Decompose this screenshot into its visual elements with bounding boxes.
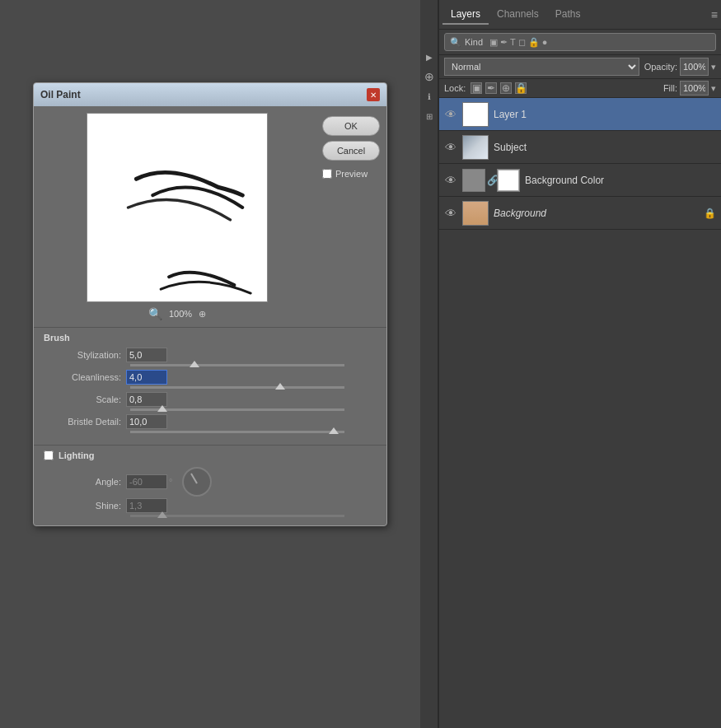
fill-chevron[interactable]: ▾ bbox=[711, 83, 716, 94]
fill-label: Fill: bbox=[663, 83, 677, 93]
tab-paths[interactable]: Paths bbox=[547, 5, 589, 25]
preview-checkbox[interactable] bbox=[322, 169, 332, 179]
layer-item[interactable]: 👁 Layer 1 bbox=[439, 98, 721, 131]
cleanliness-thumb[interactable] bbox=[275, 383, 285, 390]
zoom-controls: 🔍 100% ⊕ bbox=[148, 307, 206, 320]
tool-arrow[interactable]: ▶ bbox=[422, 49, 437, 64]
bristle-input[interactable] bbox=[126, 414, 167, 429]
preview-canvas bbox=[87, 113, 268, 302]
ok-button[interactable]: OK bbox=[322, 116, 380, 136]
lighting-label: Lighting bbox=[59, 450, 94, 460]
bristle-slider-row bbox=[44, 431, 377, 433]
lock-artboards-icon[interactable]: ⊕ bbox=[500, 82, 512, 94]
filter-pixel-icon[interactable]: ▣ bbox=[489, 37, 498, 48]
oil-paint-dialog: Oil Paint ✕ bbox=[33, 82, 387, 526]
stylization-input[interactable] bbox=[126, 348, 167, 362]
shine-slider[interactable] bbox=[130, 515, 344, 517]
cleanliness-slider-row bbox=[44, 386, 377, 389]
angle-unit: ° bbox=[169, 477, 172, 487]
brush-label: Brush bbox=[44, 333, 377, 343]
opacity-label: Opacity: bbox=[644, 62, 677, 72]
cleanliness-input[interactable] bbox=[126, 370, 167, 385]
blend-mode-select[interactable]: Normal bbox=[444, 58, 639, 76]
layer-item[interactable]: 👁 Subject bbox=[439, 131, 721, 164]
layer-thumb-content bbox=[463, 136, 488, 159]
opacity-input[interactable] bbox=[680, 58, 709, 76]
preview-section: 🔍 100% ⊕ bbox=[40, 113, 314, 320]
layer-thumbnails-double: 🔗 bbox=[462, 169, 520, 192]
lighting-header: Lighting bbox=[44, 450, 377, 460]
fill-control: Fill: ▾ bbox=[663, 81, 716, 96]
bristle-slider[interactable] bbox=[130, 431, 344, 433]
zoom-level: 100% bbox=[169, 309, 192, 319]
fill-input[interactable] bbox=[680, 81, 709, 96]
zoom-in-icon[interactable]: ⊕ bbox=[199, 309, 206, 320]
layer-name: Layer 1 bbox=[494, 109, 716, 120]
shine-slider-row bbox=[44, 515, 377, 517]
shine-label: Shine: bbox=[44, 501, 126, 511]
layer-thumb-content bbox=[463, 202, 488, 225]
layer-item[interactable]: 👁 Background 🔒 bbox=[439, 197, 721, 230]
filter-type-icon[interactable]: T bbox=[510, 37, 516, 47]
tab-layers[interactable]: Layers bbox=[442, 5, 489, 25]
lock-all-icon[interactable]: 🔒 bbox=[515, 82, 527, 94]
angle-dial[interactable] bbox=[182, 467, 212, 497]
dialog-titlebar: Oil Paint ✕ bbox=[34, 83, 386, 106]
zoom-out-icon[interactable]: 🔍 bbox=[148, 307, 162, 320]
search-icon: 🔍 bbox=[450, 37, 461, 48]
lighting-section: Lighting Angle: ° Shine: bbox=[34, 445, 386, 525]
lock-position-icon[interactable]: ✒ bbox=[485, 82, 497, 94]
lock-pixels-icon[interactable]: ▣ bbox=[471, 82, 482, 94]
filter-toggle[interactable]: ● bbox=[542, 37, 548, 47]
bristle-thumb[interactable] bbox=[329, 427, 339, 434]
eye-icon[interactable]: 👁 bbox=[444, 141, 457, 154]
dialog-title: Oil Paint bbox=[40, 89, 81, 100]
scale-row: Scale: bbox=[44, 392, 377, 407]
layer-thumbnail bbox=[462, 201, 489, 226]
preview-checkbox-row: Preview bbox=[322, 169, 380, 179]
lock-label: Lock: bbox=[444, 83, 466, 93]
layer-name: Subject bbox=[494, 142, 716, 153]
layer-thumbnail-2 bbox=[497, 169, 520, 192]
filter-smart-icon[interactable]: 🔒 bbox=[528, 37, 540, 48]
opacity-chevron[interactable]: ▾ bbox=[711, 62, 716, 72]
scale-slider[interactable] bbox=[130, 408, 344, 411]
layer-lock-icon: 🔒 bbox=[704, 208, 716, 219]
eye-icon[interactable]: 👁 bbox=[444, 207, 457, 220]
close-button[interactable]: ✕ bbox=[367, 88, 380, 101]
stylization-slider[interactable] bbox=[130, 364, 344, 366]
eye-icon[interactable]: 👁 bbox=[444, 174, 457, 187]
scale-label: Scale: bbox=[44, 394, 126, 404]
cancel-button[interactable]: Cancel bbox=[322, 141, 380, 161]
stylization-row: Stylization: bbox=[44, 348, 377, 362]
filter-adjust-icon[interactable]: ✒ bbox=[500, 37, 508, 48]
shine-row: Shine: bbox=[44, 498, 377, 513]
layer-thumbnail-1 bbox=[462, 169, 485, 192]
scale-thumb[interactable] bbox=[157, 405, 167, 412]
dialog-buttons: OK Cancel Preview bbox=[322, 113, 380, 320]
shine-thumb[interactable] bbox=[157, 511, 167, 518]
tool-info[interactable]: ℹ bbox=[422, 89, 437, 104]
layers-panel: Layers Channels Paths ≡ 🔍 Kind ▣ ✒ T ◻ 🔒… bbox=[438, 0, 721, 728]
lighting-checkbox[interactable] bbox=[44, 450, 54, 460]
brush-section: Brush Stylization: Cleanliness: bbox=[34, 327, 386, 441]
stylization-thumb[interactable] bbox=[190, 361, 199, 367]
cleanliness-label: Cleanliness: bbox=[44, 372, 126, 382]
layers-search-area: 🔍 Kind ▣ ✒ T ◻ 🔒 ● bbox=[439, 30, 721, 55]
layer-name: Background bbox=[494, 208, 699, 219]
angle-input[interactable] bbox=[126, 474, 167, 489]
lock-icons-group: ▣ ✒ ⊕ 🔒 bbox=[471, 82, 527, 94]
preview-label: Preview bbox=[335, 169, 368, 179]
eye-icon[interactable]: 👁 bbox=[444, 108, 457, 121]
layer-link-icon: 🔗 bbox=[487, 175, 495, 186]
layer-thumbnail bbox=[462, 135, 489, 160]
lock-fill-row: Lock: ▣ ✒ ⊕ 🔒 Fill: ▾ bbox=[439, 79, 721, 98]
tab-channels[interactable]: Channels bbox=[489, 5, 547, 25]
tool-add[interactable]: ⊕ bbox=[422, 69, 437, 84]
filter-shape-icon[interactable]: ◻ bbox=[518, 37, 526, 48]
layer-item[interactable]: 👁 🔗 Background Color bbox=[439, 164, 721, 197]
cleanliness-slider[interactable] bbox=[130, 386, 344, 389]
tool-layers[interactable]: ⊞ bbox=[422, 109, 437, 124]
dial-indicator bbox=[191, 473, 199, 483]
panel-menu-icon[interactable]: ≡ bbox=[711, 8, 718, 21]
